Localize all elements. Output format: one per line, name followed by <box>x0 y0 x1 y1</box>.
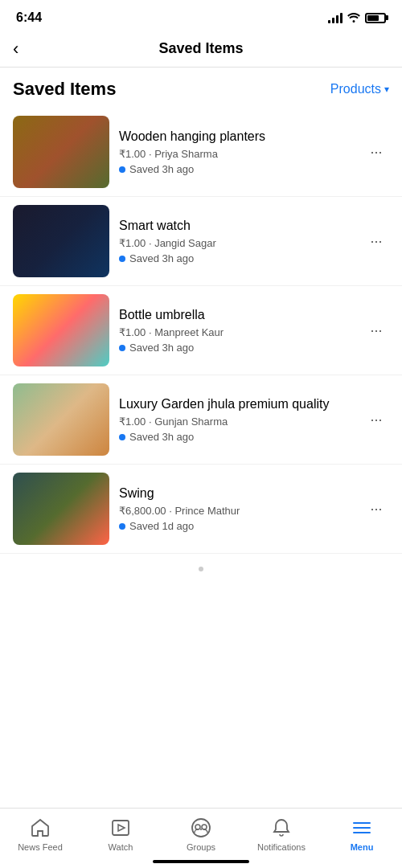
more-options-button[interactable]: ··· <box>363 228 389 254</box>
more-options-button[interactable]: ··· <box>363 317 389 343</box>
svg-point-7 <box>195 825 200 829</box>
nav-item-groups[interactable]: Groups <box>173 817 229 852</box>
svg-point-8 <box>202 825 207 829</box>
nav-item-news-feed[interactable]: News Feed <box>12 817 68 852</box>
item-info: Swing ₹6,800.00 · Prince Mathur Saved 1d… <box>119 485 354 533</box>
header: ‹ Saved Items <box>0 32 402 68</box>
item-price-seller: ₹6,800.00 · Prince Mathur <box>119 505 354 517</box>
battery-icon <box>365 13 386 23</box>
item-image <box>13 473 109 545</box>
item-price-seller: ₹1.00 · Jangid Sagar <box>119 237 354 249</box>
list-item[interactable]: Smart watch ₹1.00 · Jangid Sagar Saved 3… <box>0 197 402 286</box>
more-options-button[interactable]: ··· <box>363 407 389 432</box>
item-name: Wooden hanging planters <box>119 129 354 145</box>
item-info: Smart watch ₹1.00 · Jangid Sagar Saved 3… <box>119 218 354 265</box>
nav-label-menu: Menu <box>351 842 374 852</box>
item-price-seller: ₹1.00 · Priya Sharma <box>119 148 354 160</box>
list-item[interactable]: Luxury Garden jhula premium quality ₹1.0… <box>0 375 402 465</box>
svg-rect-2 <box>13 294 109 366</box>
menu-icon <box>351 817 373 839</box>
list-item[interactable]: Bottle umbrella ₹1.00 · Manpreet Kaur Sa… <box>0 286 402 375</box>
play-icon <box>109 817 132 839</box>
bell-icon <box>270 817 293 839</box>
list-item[interactable]: Swing ₹6,800.00 · Prince Mathur Saved 1d… <box>0 465 402 554</box>
nav-item-notifications[interactable]: Notifications <box>253 817 310 852</box>
list-item[interactable]: Wooden hanging planters ₹1.00 · Priya Sh… <box>0 108 402 197</box>
svg-rect-0 <box>13 116 109 188</box>
saved-dot <box>119 166 125 173</box>
item-price-seller: ₹1.00 · Gunjan Sharma <box>119 416 354 428</box>
signal-icon <box>328 12 343 23</box>
item-saved-time: Saved 3h ago <box>119 163 354 175</box>
item-name: Luxury Garden jhula premium quality <box>119 396 354 413</box>
nav-item-watch[interactable]: Watch <box>92 817 149 852</box>
back-button[interactable]: ‹ <box>13 39 18 59</box>
item-info: Wooden hanging planters ₹1.00 · Priya Sh… <box>119 129 354 176</box>
item-image <box>13 383 109 456</box>
saved-dot <box>119 434 125 440</box>
item-info: Bottle umbrella ₹1.00 · Manpreet Kaur Sa… <box>119 307 354 354</box>
svg-rect-5 <box>113 821 129 835</box>
more-options-button[interactable]: ··· <box>363 496 389 522</box>
item-name: Swing <box>119 485 354 502</box>
item-price-seller: ₹1.00 · Manpreet Kaur <box>119 326 354 338</box>
status-icons <box>328 11 386 25</box>
header-title: Saved Items <box>158 40 243 57</box>
bottom-nav: News Feed Watch Groups <box>0 808 402 868</box>
filter-label: Products <box>330 82 381 96</box>
more-options-button[interactable]: ··· <box>363 139 389 165</box>
scroll-indicator <box>0 554 402 584</box>
item-image <box>13 205 109 277</box>
wifi-icon <box>347 11 360 25</box>
item-name: Smart watch <box>119 218 354 235</box>
filter-button[interactable]: Products ▾ <box>330 82 389 96</box>
scroll-dot <box>199 567 203 571</box>
svg-rect-4 <box>13 473 109 545</box>
chevron-down-icon: ▾ <box>384 84 389 95</box>
nav-label-notifications: Notifications <box>257 842 306 852</box>
page-title: Saved Items <box>13 79 116 100</box>
saved-dot <box>119 256 125 262</box>
item-image <box>13 116 109 188</box>
nav-label-watch: Watch <box>109 842 133 852</box>
svg-rect-3 <box>13 383 109 456</box>
item-image <box>13 294 109 366</box>
page-header: Saved Items Products ▾ <box>0 68 402 108</box>
nav-label-groups: Groups <box>187 842 215 852</box>
groups-icon <box>190 817 212 839</box>
item-saved-time: Saved 1d ago <box>119 520 354 532</box>
saved-dot <box>119 523 125 530</box>
nav-item-menu[interactable]: Menu <box>334 817 390 852</box>
home-indicator <box>153 860 249 863</box>
item-saved-time: Saved 3h ago <box>119 431 354 443</box>
nav-label-news-feed: News Feed <box>18 842 63 852</box>
status-bar: 6:44 <box>0 0 402 32</box>
saved-items-list: Wooden hanging planters ₹1.00 · Priya Sh… <box>0 108 402 554</box>
saved-dot <box>119 345 125 351</box>
status-time: 6:44 <box>16 10 42 25</box>
item-info: Luxury Garden jhula premium quality ₹1.0… <box>119 396 354 444</box>
item-saved-time: Saved 3h ago <box>119 342 354 354</box>
item-saved-time: Saved 3h ago <box>119 252 354 264</box>
home-icon <box>29 817 51 839</box>
svg-rect-1 <box>13 205 109 277</box>
svg-point-6 <box>192 819 210 837</box>
item-name: Bottle umbrella <box>119 307 354 324</box>
